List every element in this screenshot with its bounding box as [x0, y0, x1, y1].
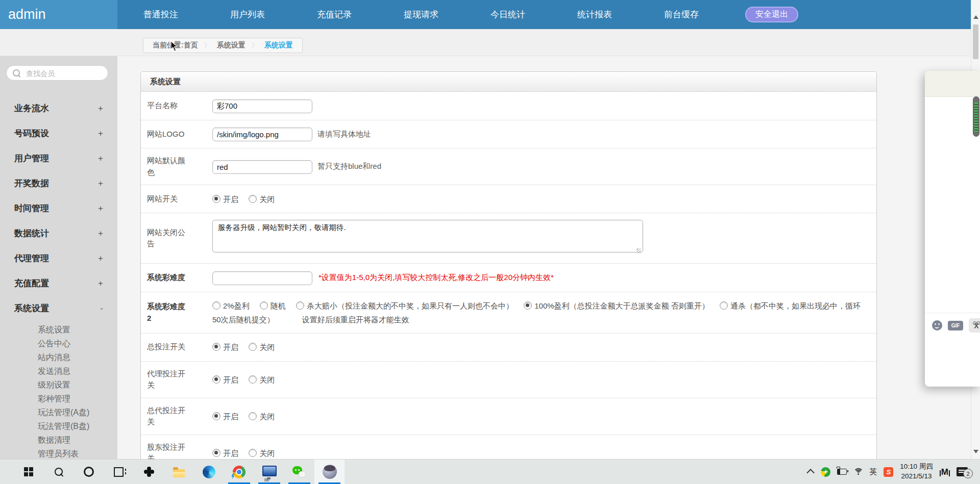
chrome-button[interactable]: [224, 460, 254, 484]
emoji-icon[interactable]: [932, 320, 942, 330]
submenu-system-settings[interactable]: 系统设置: [0, 323, 117, 337]
antivirus-360-icon[interactable]: [821, 467, 830, 477]
total-bet-on-option[interactable]: 开启: [212, 343, 238, 351]
sidebar-group-recharge-config[interactable]: 充值配置+: [0, 271, 117, 296]
difficulty-input[interactable]: [212, 271, 312, 285]
sidebar-group-user-management[interactable]: 用户管理+: [0, 146, 117, 171]
submenu-site-messages[interactable]: 站内消息: [0, 350, 117, 364]
submenu-play-management-a[interactable]: 玩法管理(A盘): [0, 405, 117, 419]
radio-off-icon[interactable]: [249, 375, 257, 384]
general-agent-bet-off-option[interactable]: 关闭: [249, 412, 275, 421]
system-settings-panel: 系统设置 平台名称 网站LOGO 请填写具体地址 网站默认颜色 暂只支持blue…: [140, 71, 877, 484]
radio-on-icon[interactable]: [212, 449, 220, 457]
radio-on-icon[interactable]: [524, 301, 532, 310]
cortana-button[interactable]: [74, 460, 104, 484]
site-switch-off-option[interactable]: 关闭: [249, 195, 275, 203]
ime-mode-icon[interactable]: M: [940, 468, 950, 476]
edge-button[interactable]: [194, 460, 224, 484]
nav-item-normal-bets[interactable]: 普通投注: [117, 9, 204, 20]
sidebar-group-agent-management[interactable]: 代理管理+: [0, 246, 117, 271]
sogou-input-icon[interactable]: S: [884, 467, 893, 477]
chat-window: GIF: [925, 71, 980, 387]
file-explorer-button[interactable]: [164, 460, 194, 484]
difficulty2-option-random[interactable]: 随机: [260, 301, 286, 310]
main-content: 系统设置 平台名称 网站LOGO 请填写具体地址 网站默认颜色 暂只支持blue…: [117, 56, 980, 484]
submenu-data-cleanup[interactable]: 数据清理: [0, 433, 117, 447]
difficulty2-restart-note: 设置好后须重启开将器才能生效: [302, 315, 409, 324]
nav-item-user-list[interactable]: 用户列表: [204, 9, 291, 20]
radio-off-icon[interactable]: [249, 195, 257, 203]
nav-item-today-stats[interactable]: 今日统计: [464, 9, 551, 20]
radio-on-icon[interactable]: [212, 195, 220, 203]
nav-item-frontend-cache[interactable]: 前台缓存: [638, 9, 725, 20]
user-avatar-app-button[interactable]: [314, 460, 345, 484]
lightning-overlay-icon: [231, 473, 235, 479]
close-announcement-textarea[interactable]: 服务器升级，网站暂时关闭，敬请期待.: [212, 220, 643, 252]
submenu-admin-list[interactable]: 管理员列表: [0, 447, 117, 461]
notification-badge: 2: [963, 469, 973, 478]
search-input[interactable]: [25, 67, 104, 80]
agent-bet-on-option[interactable]: 开启: [212, 375, 238, 384]
screenshot-button[interactable]: [969, 318, 980, 333]
radio-off-icon[interactable]: [260, 301, 268, 310]
submenu-send-message[interactable]: 发送消息: [0, 364, 117, 378]
wechat-button[interactable]: [284, 460, 314, 484]
radio-on-icon[interactable]: [212, 375, 220, 384]
agent-bet-off-option[interactable]: 关闭: [249, 375, 275, 384]
shareholder-bet-off-option[interactable]: 关闭: [249, 449, 275, 457]
submenu-lottery-type-management[interactable]: 彩种管理: [0, 392, 117, 405]
taskbar-search-button[interactable]: [43, 460, 74, 484]
radio-off-icon[interactable]: [249, 343, 257, 351]
gif-icon[interactable]: GIF: [948, 321, 963, 330]
nav-item-recharge-records[interactable]: 充值记录: [291, 9, 378, 20]
sidebar-group-business-flow[interactable]: 业务流水+: [0, 96, 117, 121]
total-bet-off-option[interactable]: 关闭: [249, 343, 275, 351]
ime-language-indicator[interactable]: 英: [869, 467, 877, 477]
radio-off-icon[interactable]: [249, 412, 257, 420]
expand-plus-icon: +: [98, 278, 103, 289]
form-row-site-logo: 网站LOGO 请填写具体地址: [141, 120, 876, 149]
sidebar-group-number-preset[interactable]: 号码预设+: [0, 121, 117, 146]
tray-expand-chevron-icon[interactable]: [807, 469, 815, 477]
site-logo-input[interactable]: [212, 128, 312, 141]
scrollbar-up-arrow-icon[interactable]: [973, 15, 978, 19]
submenu-play-management-b[interactable]: 玩法管理(B盘): [0, 419, 117, 433]
remote-desktop-button[interactable]: [254, 460, 284, 484]
sidebar-group-draw-data[interactable]: 开奖数据+: [0, 171, 117, 196]
pinwheel-app-button[interactable]: [134, 460, 164, 484]
platform-name-input[interactable]: [212, 99, 312, 113]
sidebar-group-time-management[interactable]: 时间管理+: [0, 196, 117, 221]
sidebar-group-data-stats[interactable]: 数据统计+: [0, 221, 117, 246]
nav-item-stat-reports[interactable]: 统计报表: [551, 9, 638, 20]
windows-start-button[interactable]: [13, 460, 43, 484]
submenu-announcement-center[interactable]: 公告中心: [0, 337, 117, 350]
battery-charging-icon[interactable]: [837, 469, 847, 475]
radio-on-icon[interactable]: [212, 343, 220, 351]
task-view-button[interactable]: [104, 460, 134, 484]
wifi-icon[interactable]: [853, 468, 863, 475]
general-agent-bet-on-option[interactable]: 开启: [212, 412, 238, 421]
difficulty2-option-100pct-profit[interactable]: 100%盈利（总投注金额大于总派奖金额 否则重开）: [524, 301, 709, 310]
radio-on-icon[interactable]: [212, 412, 220, 420]
site-switch-on-option[interactable]: 开启: [212, 195, 238, 203]
radio-off-icon[interactable]: [296, 301, 304, 310]
radio-off-icon[interactable]: [720, 301, 728, 310]
default-color-input[interactable]: [212, 160, 312, 174]
notification-center-icon[interactable]: 2: [957, 467, 968, 476]
chat-window-header[interactable]: [925, 71, 980, 97]
breadcrumb-system-settings[interactable]: 系统设置: [211, 41, 252, 50]
taskbar-clock[interactable]: 10:10 周四 2021/5/13: [900, 462, 933, 481]
scrollbar-down-arrow-icon[interactable]: [973, 450, 978, 453]
radio-off-icon[interactable]: [249, 449, 257, 457]
logout-button[interactable]: 安全退出: [745, 7, 798, 22]
shareholder-bet-on-option[interactable]: 开启: [212, 449, 238, 457]
panel-title: 系统设置: [141, 72, 876, 92]
difficulty2-option-kill-big[interactable]: 杀大赔小（投注金额大的不中奖，如果只有一人则也不会中）: [296, 301, 513, 310]
radio-off-icon[interactable]: [212, 301, 220, 310]
difficulty2-option-2pct[interactable]: 2%盈利: [212, 301, 250, 310]
scrollbar-thumb[interactable]: [973, 24, 978, 59]
nav-item-withdrawal-requests[interactable]: 提现请求: [378, 9, 464, 20]
submenu-level-settings[interactable]: 级别设置: [0, 378, 117, 392]
sidebar-group-system-settings[interactable]: 系统设置-: [0, 296, 117, 321]
avatar: [323, 465, 337, 479]
